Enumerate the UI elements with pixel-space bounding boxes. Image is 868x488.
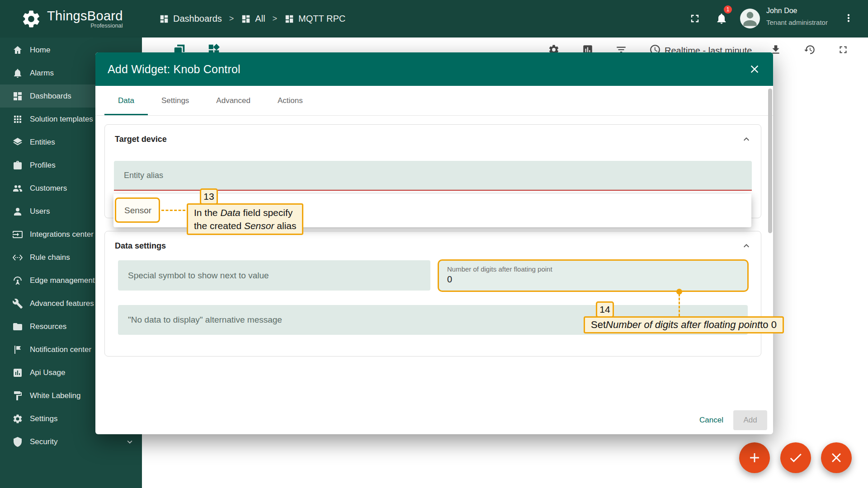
dashboards-group-icon (241, 14, 251, 24)
customers-icon (12, 183, 23, 194)
callout-14-step-number: 14 (596, 301, 614, 318)
avatar-person-icon (740, 9, 760, 28)
more-vert-icon[interactable] (843, 12, 854, 24)
callout-13-line1: In the Data field specify (194, 206, 296, 219)
notification-center-icon (12, 344, 23, 355)
section-title: Data settings (115, 241, 166, 251)
sidebar-item-label: Notification center (30, 345, 91, 354)
resources-folder-icon (12, 321, 23, 332)
dashboard-icon (284, 14, 294, 24)
sidebar-item-label: Settings (30, 414, 57, 423)
digits-after-floating-point-field[interactable]: Number of digits after floating point 0 (438, 259, 749, 292)
dialog-header: Add Widget: Knob Control (95, 52, 773, 86)
notification-badge: 1 (724, 5, 732, 14)
dialog-tabs: Data Settings Advanced Actions (95, 86, 773, 116)
sidebar-item-label: Edge management (30, 276, 95, 285)
user-role: Tenant administrator (766, 19, 828, 26)
dashboards-icon (12, 91, 23, 102)
sidebar-item-label: Integrations center (30, 230, 94, 239)
add-widget-dialog: Add Widget: Knob Control Data Settings A… (95, 52, 773, 434)
no-data-message-label: "No data to display" alternative message (128, 315, 282, 325)
chevron-down-icon (125, 437, 135, 447)
breadcrumb-separator: > (229, 14, 234, 23)
callout-14-connector (679, 294, 680, 316)
callout-13-text: In the Data field specify the created Se… (187, 203, 303, 235)
logo-title: ThingsBoard (47, 9, 123, 23)
sidebar-item-label: Security (30, 437, 57, 446)
logo-edition: Professional (47, 22, 123, 29)
dashboards-group-icon (159, 14, 169, 24)
tab-data[interactable]: Data (104, 86, 148, 115)
sidebar-item-label: Profiles (30, 161, 56, 170)
sidebar-item-label: Entities (30, 138, 55, 147)
callout-13-line2: the created Sensor alias (194, 219, 296, 232)
sidebar-item-label: Rule chains (30, 253, 70, 262)
tab-settings[interactable]: Settings (148, 86, 203, 115)
breadcrumb-dashboards[interactable]: Dashboards (159, 14, 222, 24)
breadcrumb: Dashboards > All > MQTT RPC (159, 0, 345, 38)
screen: ThingsBoard Professional Dashboards > Al… (0, 0, 868, 488)
white-labeling-icon (12, 390, 23, 401)
dialog-title: Add Widget: Knob Control (108, 63, 241, 76)
close-icon (829, 450, 844, 465)
add-button[interactable]: Add (733, 410, 767, 430)
plus-icon (747, 450, 762, 465)
thingsboard-logo-icon (21, 9, 42, 29)
callout-13-highlight-box (115, 197, 160, 223)
chevron-up-icon[interactable] (741, 134, 752, 145)
check-icon (788, 450, 803, 465)
rule-chains-icon (12, 252, 23, 263)
alarms-bell-icon (12, 68, 23, 79)
breadcrumb-label: All (255, 14, 265, 24)
sidebar-item-label: White Labeling (30, 391, 80, 400)
sidebar-item-label: Customers (30, 184, 67, 193)
security-shield-icon (12, 436, 23, 447)
integrations-icon (12, 229, 23, 240)
home-icon (12, 45, 23, 56)
tab-advanced[interactable]: Advanced (203, 86, 264, 115)
avatar[interactable] (740, 9, 760, 28)
entity-alias-field[interactable]: Entity alias (114, 161, 752, 191)
breadcrumb-label: MQTT RPC (298, 14, 345, 24)
special-symbol-field[interactable]: Special symbol to show next to value (118, 260, 430, 291)
sidebar-item-label: Resources (30, 322, 66, 331)
breadcrumb-all[interactable]: All (241, 14, 265, 24)
settings-gear-icon (12, 413, 23, 424)
add-widget-fab[interactable] (739, 442, 770, 473)
entities-icon (12, 137, 23, 148)
breadcrumb-label: Dashboards (173, 14, 222, 24)
sidebar-item-label: Users (30, 207, 50, 216)
dialog-scrollbar-thumb[interactable] (768, 89, 772, 233)
tab-actions[interactable]: Actions (264, 86, 316, 115)
chevron-up-icon[interactable] (741, 240, 752, 251)
sidebar-item-label: Api Usage (30, 368, 65, 377)
cancel-button[interactable]: Cancel (691, 410, 731, 430)
solution-templates-icon (12, 114, 23, 125)
section-title: Target device (115, 135, 167, 144)
api-usage-icon (12, 367, 23, 378)
entity-alias-label: Entity alias (124, 171, 163, 180)
fullscreen-icon[interactable] (689, 12, 701, 25)
notifications-bell-icon[interactable] (715, 12, 728, 25)
discard-changes-fab[interactable] (821, 442, 852, 473)
callout-14-text: Set Number of digits after floating poin… (584, 316, 784, 333)
sidebar-item-label: Alarms (30, 69, 54, 78)
sidebar-item-label: Dashboards (30, 92, 71, 101)
close-icon[interactable] (748, 63, 761, 75)
topbar: ThingsBoard Professional Dashboards > Al… (0, 0, 868, 38)
sidebar-item-label: Home (30, 46, 50, 55)
breadcrumb-separator: > (273, 14, 278, 23)
sidebar-item-label: Solution templates (30, 115, 93, 124)
profiles-icon (12, 160, 23, 171)
data-settings-section: Data settings Special symbol to show nex… (104, 231, 761, 357)
digits-field-value: 0 (447, 274, 739, 285)
version-history-icon[interactable] (804, 44, 816, 56)
sidebar-item-label: Advanced features (30, 299, 94, 308)
user-name: John Doe (766, 7, 797, 15)
apply-changes-fab[interactable] (780, 442, 811, 473)
logo[interactable]: ThingsBoard Professional (21, 0, 123, 38)
fullscreen-toolbar-icon[interactable] (837, 44, 849, 56)
users-icon (12, 206, 23, 217)
breadcrumb-current-dashboard[interactable]: MQTT RPC (284, 14, 345, 24)
digits-field-label: Number of digits after floating point (447, 265, 739, 273)
